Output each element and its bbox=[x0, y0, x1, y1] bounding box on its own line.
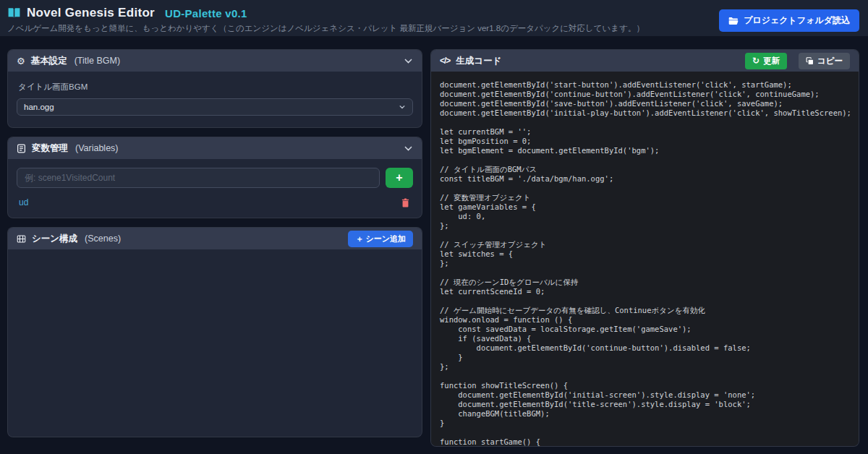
trash-icon bbox=[401, 198, 409, 207]
main-content: ⚙ 基本設定 (Title BGM) タイトル画面BGM han.ogg bbox=[0, 36, 868, 447]
copy-icon bbox=[806, 57, 814, 65]
app-tagline: ノベルゲーム開発をもっと簡単に、もっとわかりやすく（このエンジンはノベルジェネシ… bbox=[7, 23, 644, 34]
chevron-down-icon[interactable] bbox=[404, 56, 413, 66]
variables-body: + ud bbox=[8, 159, 422, 218]
film-icon bbox=[17, 234, 26, 244]
scenes-panel: シーン構成 (Scenes) ＋ シーン追加 bbox=[7, 227, 422, 437]
delete-variable-button[interactable] bbox=[401, 198, 409, 207]
load-project-folder-button[interactable]: プロジェクトフォルダ読込 bbox=[719, 9, 859, 32]
variable-name: ud bbox=[19, 197, 28, 207]
select-chevron-icon bbox=[399, 103, 406, 111]
app-version: UD-Palette v0.1 bbox=[165, 7, 247, 20]
add-variable-button[interactable]: + bbox=[386, 168, 413, 188]
title-bgm-selected-value: han.ogg bbox=[24, 103, 54, 111]
variable-list-item: ud bbox=[17, 197, 413, 209]
app-title: Novel Genesis Editor bbox=[27, 6, 155, 20]
gear-icon: ⚙ bbox=[17, 56, 25, 67]
refresh-icon: ↻ bbox=[752, 56, 760, 66]
variables-list-icon bbox=[17, 144, 26, 153]
generated-code-header: </> 生成コード ↻ 更新 コピー bbox=[431, 50, 859, 72]
open-folder-icon bbox=[728, 17, 739, 25]
add-scene-button[interactable]: ＋ シーン追加 bbox=[348, 231, 413, 247]
basic-settings-title: 基本設定 bbox=[31, 55, 67, 67]
variables-title: 変数管理 bbox=[32, 142, 68, 155]
basic-settings-body: タイトル画面BGM han.ogg bbox=[8, 72, 422, 127]
scenes-header: シーン構成 (Scenes) ＋ シーン追加 bbox=[8, 228, 422, 249]
basic-settings-header[interactable]: ⚙ 基本設定 (Title BGM) bbox=[8, 50, 422, 72]
variables-panel: 変数管理 (Variables) + ud bbox=[7, 137, 422, 218]
code-icon: </> bbox=[440, 56, 450, 66]
generated-code-title: 生成コード bbox=[456, 55, 501, 67]
app-header: Novel Genesis Editor UD-Palette v0.1 ノベル… bbox=[0, 0, 868, 36]
scenes-body-empty bbox=[8, 249, 422, 437]
editor-column: ⚙ 基本設定 (Title BGM) タイトル画面BGM han.ogg bbox=[7, 49, 422, 437]
refresh-code-button[interactable]: ↻ 更新 bbox=[745, 53, 787, 69]
generated-code-panel: </> 生成コード ↻ 更新 コピー document.getElementBy… bbox=[430, 49, 859, 447]
app-branding: Novel Genesis Editor UD-Palette v0.1 ノベル… bbox=[7, 6, 644, 34]
code-column: </> 生成コード ↻ 更新 コピー document.getElementBy… bbox=[430, 49, 859, 447]
scenes-title: シーン構成 bbox=[32, 233, 77, 245]
copy-code-button[interactable]: コピー bbox=[799, 53, 850, 69]
variable-name-input[interactable] bbox=[17, 168, 380, 188]
variables-header[interactable]: 変数管理 (Variables) bbox=[8, 137, 422, 159]
chevron-down-icon[interactable] bbox=[404, 144, 413, 153]
generated-code-text[interactable]: document.getElementById('start-button').… bbox=[431, 72, 859, 446]
title-bgm-label: タイトル画面BGM bbox=[18, 82, 413, 93]
title-bgm-select[interactable]: han.ogg bbox=[17, 98, 413, 116]
book-icon bbox=[7, 7, 21, 19]
basic-settings-panel: ⚙ 基本設定 (Title BGM) タイトル画面BGM han.ogg bbox=[7, 49, 422, 128]
